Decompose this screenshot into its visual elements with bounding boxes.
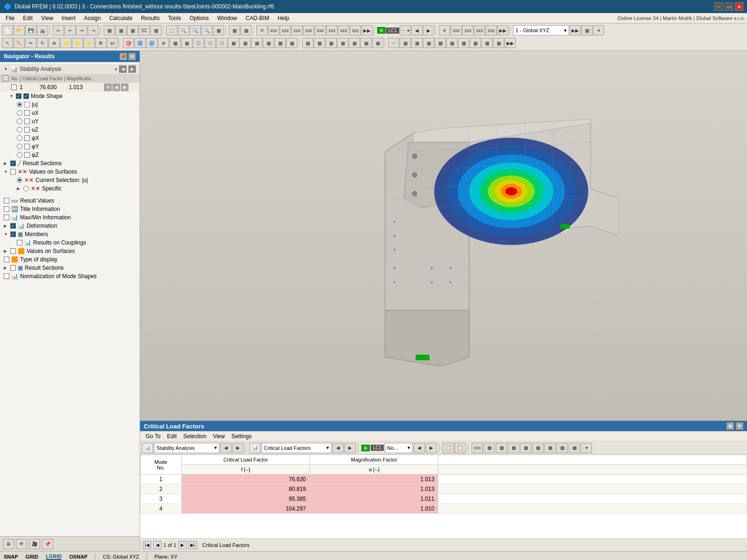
tb-view3[interactable]: 🔍 xyxy=(190,25,201,35)
tb-save[interactable]: 💾 xyxy=(25,25,36,35)
tb-display[interactable]: ▦ xyxy=(581,25,592,35)
nav-tb-1[interactable]: 🖥 xyxy=(3,539,14,549)
tb2-10[interactable]: xx xyxy=(107,38,118,48)
results-tb-7[interactable]: ▦ xyxy=(544,443,556,453)
restore-button[interactable]: ▭ xyxy=(725,2,733,11)
tb2-31[interactable]: ▦ xyxy=(360,38,372,48)
status-lgrid[interactable]: LGRID xyxy=(46,553,62,560)
type-display-cb[interactable] xyxy=(4,257,9,262)
tb2-16[interactable]: ▦ xyxy=(181,38,192,48)
uz-radio[interactable] xyxy=(17,127,22,133)
tb-view1[interactable]: ⬚ xyxy=(166,25,177,35)
tb2-4[interactable]: ↻ xyxy=(37,38,48,48)
tb2-23[interactable]: ▦ xyxy=(263,38,274,48)
members-cb[interactable]: ✓ xyxy=(10,231,16,237)
normalization-item[interactable]: 📊 Normalization of Mode Shapes xyxy=(0,272,140,280)
tb2-38[interactable]: ▦ xyxy=(446,38,458,48)
tb-snap9[interactable]: xxx xyxy=(350,25,361,35)
stability-prev[interactable]: ◀ xyxy=(119,65,127,73)
maxmin-cb[interactable] xyxy=(4,215,9,220)
table-row[interactable]: 4 104.297 1.010 xyxy=(141,504,747,514)
tb2-11[interactable]: 🎯 xyxy=(123,38,134,48)
results-clf-prev[interactable]: ◀ xyxy=(332,443,344,453)
maxmin-item[interactable]: 📊 Max/Min Information xyxy=(0,213,140,222)
tb-btn4[interactable]: SC xyxy=(139,25,150,35)
tb2-41[interactable]: ▦ xyxy=(481,38,493,48)
current-selection-item[interactable]: ✕✕ Current Selection: |u| xyxy=(0,176,140,184)
tb2-25[interactable]: ▦ xyxy=(286,38,297,48)
tb2-15[interactable]: ▦ xyxy=(169,38,181,48)
values-surfaces2-item[interactable]: ▶ 🟧 Values on Surfaces xyxy=(0,247,140,255)
results-tb-9[interactable]: ▦ xyxy=(569,443,580,453)
tb-lc-prev[interactable]: ◀ xyxy=(411,25,423,35)
menu-tools[interactable]: Tools xyxy=(164,14,185,22)
tb2-3[interactable]: ✏ xyxy=(25,38,36,48)
tb2-8[interactable]: 🌟 xyxy=(84,38,95,48)
tb2-36[interactable]: ▦ xyxy=(423,38,434,48)
page-next[interactable]: ▶ xyxy=(178,541,187,549)
values2-cb[interactable] xyxy=(10,248,16,254)
tb2-21[interactable]: ▦ xyxy=(240,38,251,48)
results-no-dropdown[interactable]: No... ▾ xyxy=(385,443,413,453)
results-couplings-item[interactable]: 📊 Results on Couplings xyxy=(0,238,140,247)
tb-undo2[interactable]: ↩ xyxy=(64,25,76,35)
deformation-item[interactable]: ▶ ✓ 📊 Deformation xyxy=(0,222,140,230)
results-tb-4[interactable]: ▦ xyxy=(508,443,519,453)
nav-tb-4[interactable]: 📌 xyxy=(42,539,53,549)
tb-extra6[interactable]: ▶▶ xyxy=(497,25,508,35)
u-abs-item[interactable]: |u| xyxy=(0,100,140,109)
phiz-radio[interactable] xyxy=(17,152,22,158)
tb2-29[interactable]: ▦ xyxy=(337,38,348,48)
tb-extra1[interactable]: ✕ xyxy=(439,25,450,35)
tb2-12[interactable]: 🌀 xyxy=(134,38,146,48)
results-tb-5[interactable]: ▦ xyxy=(520,443,531,453)
tb-new[interactable]: 📄 xyxy=(2,25,13,35)
tb2-40[interactable]: ▦ xyxy=(470,38,481,48)
menu-window[interactable]: Window xyxy=(213,14,241,22)
menu-calculate[interactable]: Calculate xyxy=(106,14,136,22)
results-export2[interactable]: 📋 xyxy=(455,443,466,453)
mode-dropdown[interactable]: ▾ xyxy=(104,84,112,91)
results-close[interactable]: ✕ xyxy=(736,422,743,430)
result-sections-cb[interactable]: ✓ xyxy=(10,161,16,166)
phix-cb[interactable] xyxy=(24,135,30,141)
tb-view4[interactable]: 🔍 xyxy=(201,25,212,35)
tb-extra5[interactable]: xxx xyxy=(486,25,497,35)
tb-btn5[interactable]: ▦ xyxy=(150,25,162,35)
tb-lc-next[interactable]: ▶ xyxy=(423,25,434,35)
tb-display2[interactable]: ▾ xyxy=(593,25,604,35)
tb2-35[interactable]: ▦ xyxy=(411,38,423,48)
deformation-cb[interactable]: ✓ xyxy=(10,223,16,229)
tb-btn3[interactable]: ▦ xyxy=(127,25,138,35)
tb2-30[interactable]: ▦ xyxy=(349,38,360,48)
tb2-5[interactable]: ⊕ xyxy=(49,38,60,48)
results-clf-dropdown[interactable]: Critical Load Factors ▾ xyxy=(261,443,331,453)
tb-snap1[interactable]: ✕ xyxy=(256,25,268,35)
results-detach[interactable]: ⧉ xyxy=(726,422,734,430)
menu-edit[interactable]: Edit xyxy=(19,14,36,22)
results-clf-next[interactable]: ▶ xyxy=(345,443,356,453)
tb-redo2[interactable]: ↪ xyxy=(88,25,99,35)
uz-cb[interactable] xyxy=(24,127,30,133)
tb2-17[interactable]: ⬡ xyxy=(193,38,204,48)
tb2-7[interactable]: 🌟 xyxy=(72,38,83,48)
tb2-1[interactable]: ↖ xyxy=(2,38,13,48)
results-menu-edit[interactable]: Edit xyxy=(164,432,180,441)
mode-prev[interactable]: ◀ xyxy=(113,84,120,91)
table-row[interactable]: 1 76.630 1.013 xyxy=(141,475,747,484)
nav-tb-2[interactable]: 👁 xyxy=(16,539,27,549)
menu-results[interactable]: Results xyxy=(137,14,163,22)
results-clf-icon[interactable]: 📊 xyxy=(249,443,261,453)
tb-tool1[interactable]: ▦ xyxy=(229,25,240,35)
phix-item[interactable]: φX xyxy=(0,134,140,142)
close-button[interactable]: ✕ xyxy=(735,2,743,11)
stability-dropdown[interactable]: ▾ xyxy=(115,67,117,72)
ux-item[interactable]: uX xyxy=(0,109,140,117)
stability-next[interactable]: ▶ xyxy=(128,65,136,73)
title-info-cb[interactable] xyxy=(4,206,9,212)
tb-btn2[interactable]: ▦ xyxy=(115,25,127,35)
results-tb-8[interactable]: ▦ xyxy=(557,443,568,453)
phiz-cb[interactable] xyxy=(24,152,30,158)
phiy-cb[interactable] xyxy=(24,144,30,149)
tb-snap4[interactable]: xxx xyxy=(291,25,303,35)
